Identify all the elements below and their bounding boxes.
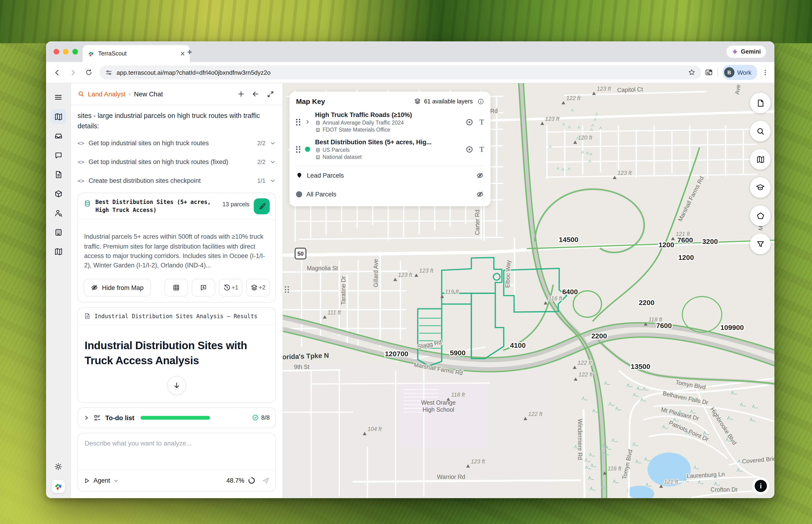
map-pin-icon xyxy=(296,172,303,179)
label-toggle-icon[interactable]: T xyxy=(479,145,484,153)
back-button[interactable] xyxy=(49,68,65,76)
draw-polygon-tool-button[interactable] xyxy=(750,206,770,226)
chevron-down-icon[interactable] xyxy=(114,478,119,484)
visibility-icon[interactable] xyxy=(465,145,474,153)
layer-row-truck-roads[interactable]: High Truck Traffic Roads (≥10%) Annual A… xyxy=(296,111,484,132)
panel-resize-handle[interactable] xyxy=(285,286,289,293)
sidebar-item-documents[interactable] xyxy=(50,167,66,182)
sidebar-item-lead-search[interactable] xyxy=(50,206,66,220)
drag-handle-icon[interactable] xyxy=(296,119,300,125)
send-icon[interactable] xyxy=(262,477,270,485)
toggle-lead-parcels[interactable]: Lead Parcels xyxy=(296,166,484,185)
composer-input[interactable]: Describe what you want to analyze... xyxy=(78,433,275,470)
org-icon xyxy=(315,154,320,160)
theme-toggle-sun-icon[interactable] xyxy=(50,459,66,474)
new-chat-button[interactable] xyxy=(235,90,247,98)
url-text[interactable]: app.terrascout.ai/map?chatId=dfrl4o0jbxn… xyxy=(117,69,684,76)
expand-panel-button[interactable] xyxy=(265,91,276,98)
svg-text:Ave: Ave xyxy=(733,84,742,95)
browser-menu-icon[interactable] xyxy=(762,69,769,76)
info-icon[interactable] xyxy=(477,98,484,104)
bookmark-star-icon[interactable] xyxy=(688,69,695,76)
tab-close-icon[interactable]: ✕ xyxy=(180,50,185,56)
macos-window-controls[interactable] xyxy=(53,49,78,54)
eye-off-icon[interactable] xyxy=(476,190,484,198)
sidebar-item-inbox[interactable] xyxy=(50,128,66,143)
svg-text:116 ft: 116 ft xyxy=(548,295,562,301)
sidebar-item-map[interactable] xyxy=(50,109,66,124)
side-panel-search-icon[interactable] xyxy=(705,68,713,76)
map-canvas[interactable]: 50 Story RdCapitol CtCarter RdElboc WayG… xyxy=(283,83,774,498)
zoom-window-button[interactable] xyxy=(72,49,78,54)
label-toggle-icon[interactable]: T xyxy=(479,118,484,126)
paintbrush-icon xyxy=(258,202,266,210)
toggle-all-parcels[interactable]: All Parcels xyxy=(296,185,484,203)
play-icon[interactable] xyxy=(84,477,90,484)
new-tab-button[interactable]: + xyxy=(187,47,192,58)
chevron-down-icon[interactable] xyxy=(270,140,276,146)
site-settings-icon[interactable] xyxy=(105,69,112,76)
minimize-window-button[interactable] xyxy=(63,49,69,54)
tool-call-row[interactable]: <> Get top industrial sites on high truc… xyxy=(78,155,276,169)
todo-progress-bar xyxy=(140,416,210,420)
gemini-button[interactable]: Gemini xyxy=(726,46,766,58)
basemap-tool-button[interactable] xyxy=(750,149,770,170)
scroll-down-button[interactable] xyxy=(167,376,186,394)
collapse-panel-button[interactable] xyxy=(250,90,261,98)
layers-button[interactable]: +2 xyxy=(246,279,270,297)
table-icon xyxy=(172,284,180,292)
close-window-button[interactable] xyxy=(53,49,59,54)
svg-text:123 ft: 123 ft xyxy=(617,170,632,176)
chat-scroll-area[interactable]: sites - large industrial parcels on high… xyxy=(71,105,282,498)
svg-text:5900: 5900 xyxy=(450,349,466,357)
sidebar-item-datasets[interactable] xyxy=(50,186,66,201)
composer: Describe what you want to analyze... Age… xyxy=(78,432,276,491)
chevron-down-icon[interactable] xyxy=(270,159,276,165)
available-layers-button[interactable]: 61 available layers xyxy=(414,98,484,105)
chevron-right-icon[interactable] xyxy=(84,415,89,420)
eye-off-icon[interactable] xyxy=(476,171,484,179)
url-bar[interactable]: app.terrascout.ai/map?chatId=dfrl4o0jbxn… xyxy=(100,65,701,79)
forward-button[interactable] xyxy=(65,68,81,76)
hide-from-map-button[interactable]: Hide from Map xyxy=(84,279,151,297)
terrascout-favicon xyxy=(87,50,95,57)
learn-tool-button[interactable] xyxy=(750,177,770,198)
tool-call-row[interactable]: <> Get top industrial sites on high truc… xyxy=(78,136,276,150)
sidebar-item-properties[interactable] xyxy=(50,225,66,240)
svg-text:Warrior Rd: Warrior Rd xyxy=(437,474,465,480)
tool-call-row[interactable]: <> Create best distribution sites checkp… xyxy=(78,174,276,188)
chevron-down-icon[interactable] xyxy=(270,178,276,184)
svg-text:123 ft: 123 ft xyxy=(419,267,433,274)
menu-hamburger-icon[interactable] xyxy=(50,90,66,105)
visibility-icon[interactable] xyxy=(465,118,474,126)
view-table-button[interactable] xyxy=(164,279,188,297)
sidebar-item-parcels-map[interactable] xyxy=(50,244,66,259)
profile-button[interactable]: B Work xyxy=(723,65,757,80)
history-button[interactable]: +1 xyxy=(219,279,243,297)
paint-layer-button[interactable] xyxy=(254,198,270,214)
svg-text:4100: 4100 xyxy=(510,341,526,349)
dataset-card: Best Distribution Sites (5+ acres, High … xyxy=(78,193,276,303)
sidebar-item-chat[interactable] xyxy=(50,148,66,163)
reload-button[interactable] xyxy=(81,69,97,76)
svg-text:111 ft: 111 ft xyxy=(328,309,341,315)
filter-tool-button[interactable] xyxy=(750,233,770,254)
search-tool-button[interactable] xyxy=(750,121,770,142)
drag-handle-icon[interactable] xyxy=(296,146,300,152)
agent-mode-selector[interactable]: Agent xyxy=(94,477,110,484)
report-tool-button[interactable] xyxy=(750,93,770,113)
terrascout-logo[interactable] xyxy=(52,480,65,493)
svg-text:9th St: 9th St xyxy=(294,363,309,370)
report-title: Industrial Distribution Sites with Truck… xyxy=(85,338,269,369)
add-comment-button[interactable] xyxy=(192,279,215,297)
breadcrumb-app[interactable]: Land Analyst xyxy=(88,90,126,98)
map-info-button[interactable]: i xyxy=(755,480,767,492)
chevron-right-icon[interactable] xyxy=(304,119,311,125)
browser-tab[interactable]: TerraScout ✕ xyxy=(83,45,190,62)
checklist-icon xyxy=(94,414,101,421)
usage-percent: 48.7% xyxy=(226,477,244,484)
todo-list-bar[interactable]: To-do list 8/8 xyxy=(78,407,276,428)
layer-row-distribution-sites[interactable]: Best Distribution Sites (5+ acres, Hig..… xyxy=(296,138,484,160)
check-circle-icon xyxy=(252,414,259,421)
svg-text:123 ft: 123 ft xyxy=(471,458,485,464)
